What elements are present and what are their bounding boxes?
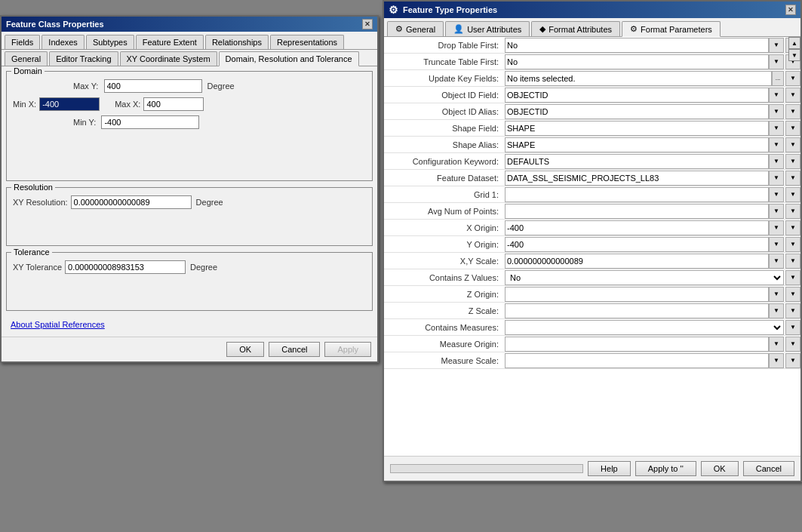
ftp-row-outer-btn-8[interactable]: ▼ (785, 171, 800, 186)
ftp-row-control-10: ▼▼ (505, 204, 800, 219)
ftp-row-control-17: ▼ (505, 320, 800, 335)
ftp-row-outer-btn-9[interactable]: ▼ (785, 187, 800, 202)
ftp-row-input-11[interactable] (505, 220, 769, 235)
tab-representations[interactable]: Representations (270, 35, 344, 49)
ftp-row-input-7[interactable] (505, 154, 769, 169)
max-y-input[interactable] (104, 79, 202, 93)
ftp-row-dropdown-btn-10[interactable]: ▼ (769, 204, 784, 219)
max-x-input[interactable] (143, 97, 204, 111)
ftp-row-input-3[interactable] (505, 88, 769, 103)
ftp-row-input-4[interactable] (505, 104, 769, 119)
ftp-row-dropdown-btn-15[interactable]: ▼ (769, 287, 784, 302)
ftp-row-outer-btn-2[interactable]: ▼ (785, 71, 800, 86)
ftp-row-dropdown-btn-1[interactable]: ▼ (769, 54, 784, 69)
ftp-row-dropdown-btn-11[interactable]: ▼ (769, 220, 784, 235)
ftp-row-dropdown-btn-19[interactable]: ▼ (769, 353, 784, 368)
ftp-row-2: Update Key Fields:...▼ (384, 70, 800, 87)
resolution-label: Resolution (11, 183, 55, 192)
fcp-apply-button[interactable]: Apply (324, 342, 371, 357)
ftp-row-outer-btn-16[interactable]: ▼ (785, 303, 800, 318)
fcp-ok-button[interactable]: OK (226, 342, 264, 357)
tab-general[interactable]: General (5, 51, 48, 66)
ftp-row-dropdown-btn-5[interactable]: ▼ (769, 121, 784, 136)
domain-group: Domain Max Y: Degree Min X: Max X: Min Y… (6, 71, 373, 181)
ftp-row-label-7: Configuration Keyword: (384, 155, 505, 168)
ftp-row-dropdown-btn-18[interactable]: ▼ (769, 337, 784, 352)
ftp-row-13: X,Y Scale:▼▼ (384, 253, 800, 269)
ftp-row-outer-btn-7[interactable]: ▼ (785, 154, 800, 169)
ftp-row-outer-btn-3[interactable]: ▼ (785, 88, 800, 103)
ftp-row-outer-btn-10[interactable]: ▼ (785, 204, 800, 219)
ftp-row-dropdown-btn-9[interactable]: ▼ (769, 187, 784, 202)
ftp-row-input-13[interactable] (505, 254, 769, 269)
ftp-row-dropdown-btn-4[interactable]: ▼ (769, 104, 784, 119)
ftp-row-input-15[interactable] (505, 287, 769, 302)
ftp-row-outer-btn-17[interactable]: ▼ (785, 320, 800, 335)
ftp-row-input-5[interactable] (505, 121, 769, 136)
ftp-row-control-3: ▼▼ (505, 88, 800, 103)
tab-feature-extent[interactable]: Feature Extent (136, 35, 204, 49)
ftp-row-dropdown-btn-0[interactable]: ▼ (769, 38, 784, 53)
ftp-help-button[interactable]: Help (588, 461, 631, 476)
ftp-row-control-13: ▼▼ (505, 254, 800, 269)
ftp-scrollbar[interactable] (390, 464, 583, 473)
ftp-row-dropdown-btn-13[interactable]: ▼ (769, 254, 784, 269)
ftp-row-7: Configuration Keyword:▼▼ (384, 153, 800, 170)
ftp-row-outer-btn-12[interactable]: ▼ (785, 237, 800, 252)
ftp-row-dropdown-btn-8[interactable]: ▼ (769, 171, 784, 186)
ftp-tab-user-attributes[interactable]: 👤 User Attributes (445, 21, 530, 36)
ftp-row-dropdown-btn-6[interactable]: ▼ (769, 137, 784, 152)
ftp-row-input-19[interactable] (505, 353, 769, 368)
min-x-input[interactable] (39, 97, 100, 111)
tab-fields[interactable]: Fields (5, 35, 40, 49)
ftp-row-input-6[interactable] (505, 137, 769, 152)
ftp-tab-format-attributes[interactable]: ◆ Format Attributes (531, 21, 620, 36)
xy-resolution-input[interactable] (71, 195, 192, 209)
ftp-row-outer-btn-5[interactable]: ▼ (785, 121, 800, 136)
ftp-row-select-17[interactable] (505, 320, 784, 335)
tab-editor-tracking[interactable]: Editor Tracking (49, 51, 118, 66)
ftp-close-button[interactable]: ✕ (785, 5, 796, 15)
ftp-row-input-0[interactable] (505, 38, 769, 53)
min-y-input[interactable] (101, 115, 199, 129)
tab-indexes[interactable]: Indexes (41, 35, 85, 49)
ftp-ok-button[interactable]: OK (701, 461, 739, 476)
ftp-row-input-16[interactable] (505, 303, 769, 318)
ftp-row-input-9[interactable] (505, 187, 769, 202)
tab-subtypes[interactable]: Subtypes (86, 35, 134, 49)
ftp-row-dropdown-btn-16[interactable]: ▼ (769, 303, 784, 318)
ftp-row-dropdown-btn-12[interactable]: ▼ (769, 237, 784, 252)
ftp-row-select-14[interactable]: No (505, 270, 784, 285)
scroll-down-button[interactable]: ▼ (788, 49, 800, 61)
ftp-row-outer-btn-4[interactable]: ▼ (785, 104, 800, 119)
ftp-row-input-1[interactable] (505, 54, 769, 69)
ftp-row-dropdown-btn-7[interactable]: ▼ (769, 154, 784, 169)
tab-relationships[interactable]: Relationships (205, 35, 269, 49)
ftp-row-outer-btn-13[interactable]: ▼ (785, 254, 800, 269)
ftp-tab-format-parameters[interactable]: ⚙ Format Parameters (622, 21, 721, 37)
ftp-row-input-12[interactable] (505, 237, 769, 252)
tab-domain-resolution[interactable]: Domain, Resolution and Tolerance (219, 51, 359, 66)
ftp-tab-general[interactable]: ⚙ General (387, 21, 444, 36)
ftp-row-dropdown-btn-3[interactable]: ▼ (769, 88, 784, 103)
ftp-row-outer-btn-18[interactable]: ▼ (785, 337, 800, 352)
fcp-close-button[interactable]: ✕ (362, 19, 373, 29)
ftp-row-input-10[interactable] (505, 204, 769, 219)
ftp-row-outer-btn-19[interactable]: ▼ (785, 353, 800, 368)
ftp-row-input-18[interactable] (505, 337, 769, 352)
ftp-cancel-button[interactable]: Cancel (743, 461, 794, 476)
spatial-ref-link[interactable]: About Spatial References (11, 320, 105, 329)
ftp-row-outer-btn-15[interactable]: ▼ (785, 287, 800, 302)
scroll-up-button[interactable]: ▲ (788, 37, 800, 49)
ftp-tabs: ⚙ General 👤 User Attributes ◆ Format Att… (384, 18, 800, 37)
ftp-apply-to-button[interactable]: Apply to '' (635, 461, 696, 476)
ftp-row-outer-btn-6[interactable]: ▼ (785, 137, 800, 152)
ftp-row-outer-btn-14[interactable]: ▼ (785, 270, 800, 285)
ftp-row-input-8[interactable] (505, 171, 769, 186)
fcp-cancel-button[interactable]: Cancel (269, 342, 320, 357)
tab-xy-coord[interactable]: XY Coordinate System (120, 51, 217, 66)
ftp-row-outer-btn-11[interactable]: ▼ (785, 220, 800, 235)
ftp-row-input-2[interactable] (505, 71, 772, 86)
xy-tolerance-input[interactable] (65, 260, 186, 274)
ftp-row-ellipsis-btn-2[interactable]: ... (772, 71, 784, 86)
